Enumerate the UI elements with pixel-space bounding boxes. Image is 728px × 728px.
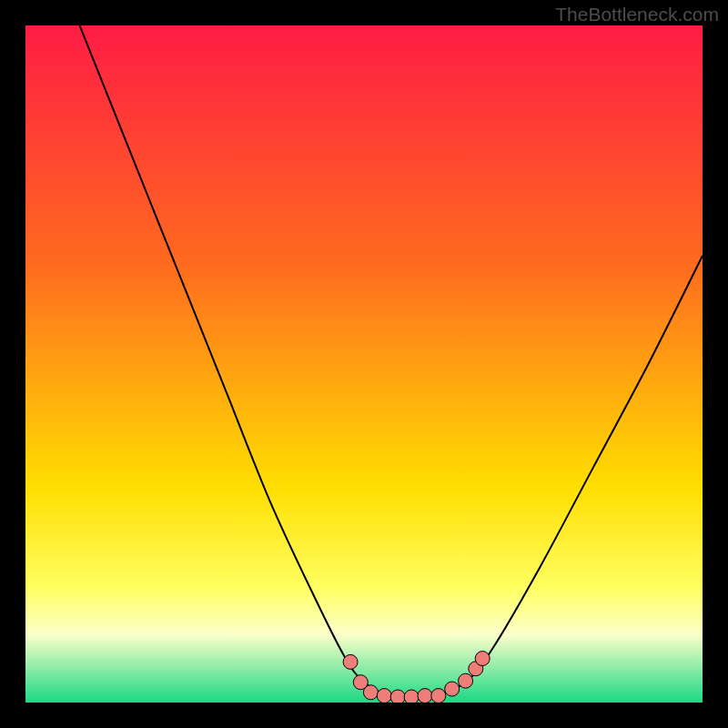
curve-marker	[418, 689, 432, 703]
curve-marker	[431, 689, 446, 703]
chart-svg	[25, 25, 703, 703]
plot-area	[25, 25, 703, 703]
curve-marker	[377, 689, 391, 703]
gradient-background	[25, 25, 703, 703]
curve-marker	[363, 685, 378, 700]
curve-marker	[404, 690, 419, 703]
watermark-text: TheBottleneck.com	[555, 4, 719, 25]
curve-marker	[445, 682, 460, 696]
curve-marker	[475, 652, 490, 666]
curve-marker	[459, 673, 473, 688]
chart-frame: TheBottleneck.com	[0, 0, 728, 728]
curve-marker	[343, 654, 358, 669]
curve-marker	[390, 690, 405, 703]
